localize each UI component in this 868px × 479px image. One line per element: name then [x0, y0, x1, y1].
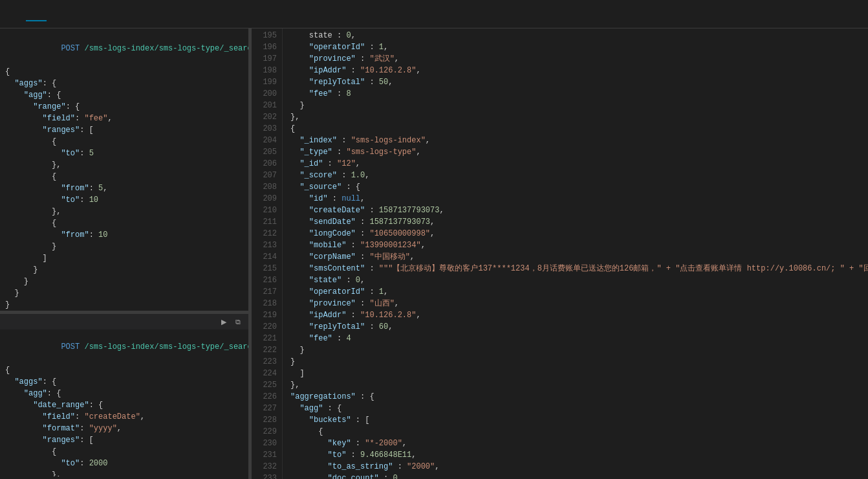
- line-num: 224: [252, 368, 277, 379]
- s1-line13: {: [0, 217, 248, 229]
- code-line: "agg" : {: [290, 403, 868, 414]
- line-num: 203: [252, 123, 277, 135]
- line-num: 209: [252, 193, 277, 205]
- s1-line16: ]: [0, 252, 248, 264]
- section2-header: ▶ ⧉: [0, 313, 248, 329]
- line-num: 222: [252, 344, 277, 356]
- line-num: 200: [252, 88, 277, 100]
- line-num: 213: [252, 240, 277, 251]
- code-line: "to_as_string" : "2000",: [290, 461, 868, 473]
- section2-open: {: [0, 364, 248, 376]
- section-numeric-range: POST /sms-logs-index/sms-logs-type/_sear…: [0, 31, 248, 311]
- left-panel-inner: POST /sms-logs-index/sms-logs-type/_sear…: [0, 31, 248, 476]
- code-line: {: [290, 123, 868, 135]
- code-line: "createDate" : 1587137793073,: [290, 205, 868, 216]
- s2-line1: "aggs": {: [0, 376, 248, 388]
- tab-search-profiler[interactable]: [26, 7, 47, 21]
- code-area: state : 0, "operatorId" : 1, "province" …: [283, 28, 868, 479]
- s2-line8: "to": 2000: [0, 458, 248, 469]
- s1-line5: "ranges": [: [0, 124, 248, 136]
- line-num: 204: [252, 135, 277, 146]
- code-line: "ipAddr" : "10.126.2.8",: [290, 65, 868, 76]
- s1-line11: "to": 10: [0, 194, 248, 206]
- code-line: },: [290, 111, 868, 123]
- line-num: 197: [252, 53, 277, 65]
- line-num: 219: [252, 309, 277, 321]
- s1-line19: }: [0, 287, 248, 299]
- s1-line1: "aggs": {: [0, 78, 248, 89]
- code-line: "_id" : "12",: [290, 158, 868, 170]
- s1-line12: },: [0, 206, 248, 217]
- code-line: "province" : "武汉",: [290, 53, 868, 65]
- s2-line5: "format": "yyyy",: [0, 423, 248, 434]
- s1-line17: }: [0, 264, 248, 276]
- code-line: "operatorId" : 1,: [290, 41, 868, 53]
- section2-path: /sms-logs-index/sms-logs-type/_search: [84, 342, 248, 351]
- s2-line2: "agg": {: [0, 388, 248, 399]
- section2-endpoint: POST /sms-logs-index/sms-logs-type/_sear…: [0, 329, 248, 364]
- tab-console[interactable]: [5, 7, 26, 21]
- line-num: 195: [252, 30, 277, 41]
- line-num: 218: [252, 298, 277, 309]
- code-line: ]: [290, 368, 868, 379]
- section2-icons: ▶ ⧉: [219, 317, 243, 327]
- code-line: "_type" : "sms-logs-type",: [290, 146, 868, 158]
- line-numbers: 1951961971981992002012022032042052062072…: [252, 28, 283, 479]
- code-line: },: [290, 379, 868, 391]
- s1-line4: "field": "fee",: [0, 113, 248, 124]
- main-content: POST /sms-logs-index/sms-logs-type/_sear…: [0, 28, 868, 479]
- line-num: 198: [252, 65, 277, 76]
- code-line: "longCode" : "10650000998",: [290, 228, 868, 240]
- line-num: 231: [252, 449, 277, 461]
- code-line: "aggregations" : {: [290, 391, 868, 403]
- section1-method: POST: [61, 44, 84, 53]
- s2-line6: "ranges": [: [0, 434, 248, 446]
- code-line: "smsContent" : """【北京移动】尊敬的客户137****1234…: [290, 263, 868, 274]
- code-line: "replyTotal" : 50,: [290, 76, 868, 88]
- s1-line18: }: [0, 276, 248, 287]
- s2-line7: {: [0, 446, 248, 458]
- s1-line2: "agg": {: [0, 89, 248, 101]
- s2-line3: "date_range": {: [0, 399, 248, 411]
- line-num: 215: [252, 263, 277, 274]
- code-line: "replyTotal" : 60,: [290, 321, 868, 333]
- line-num: 216: [252, 274, 277, 286]
- code-line: "state" : 0,: [290, 274, 868, 286]
- code-line: }: [290, 356, 868, 368]
- code-line: "buckets" : [: [290, 414, 868, 426]
- line-num: 223: [252, 356, 277, 368]
- s2-line9: },: [0, 469, 248, 476]
- code-line: "fee" : 4: [290, 333, 868, 344]
- code-line: "_index" : "sms-logs-index",: [290, 135, 868, 146]
- line-num: 205: [252, 146, 277, 158]
- right-panel: 1951961971981992002012022032042052062072…: [252, 28, 868, 479]
- s1-close: }: [0, 299, 248, 311]
- line-num: 210: [252, 205, 277, 216]
- code-line: state : 0,: [290, 30, 868, 41]
- s1-line9: {: [0, 171, 248, 183]
- s1-line8: },: [0, 159, 248, 171]
- code-line: "_source" : {: [290, 181, 868, 193]
- code-line: }: [290, 100, 868, 111]
- s1-line7: "to": 5: [0, 148, 248, 159]
- line-num: 229: [252, 426, 277, 438]
- line-num: 226: [252, 391, 277, 403]
- line-num: 227: [252, 403, 277, 414]
- code-line: }: [290, 344, 868, 356]
- line-num: 214: [252, 251, 277, 263]
- tab-grok-debugger[interactable]: [47, 7, 67, 21]
- line-num: 207: [252, 170, 277, 181]
- code-line: "key" : "*-2000",: [290, 438, 868, 449]
- section2-play-button[interactable]: ▶: [219, 317, 229, 327]
- section1-open: {: [0, 66, 248, 78]
- code-line: "sendDate" : 1587137793073,: [290, 216, 868, 228]
- section2-copy-button[interactable]: ⧉: [233, 317, 243, 327]
- line-num: 220: [252, 321, 277, 333]
- line-num: 225: [252, 379, 277, 391]
- code-line: "to" : 9.466848E11,: [290, 449, 868, 461]
- line-num: 212: [252, 228, 277, 240]
- s1-line15: }: [0, 241, 248, 252]
- code-line: "operatorId" : 1,: [290, 286, 868, 298]
- line-num: 233: [252, 473, 277, 479]
- right-panel-content: 1951961971981992002012022032042052062072…: [252, 28, 868, 479]
